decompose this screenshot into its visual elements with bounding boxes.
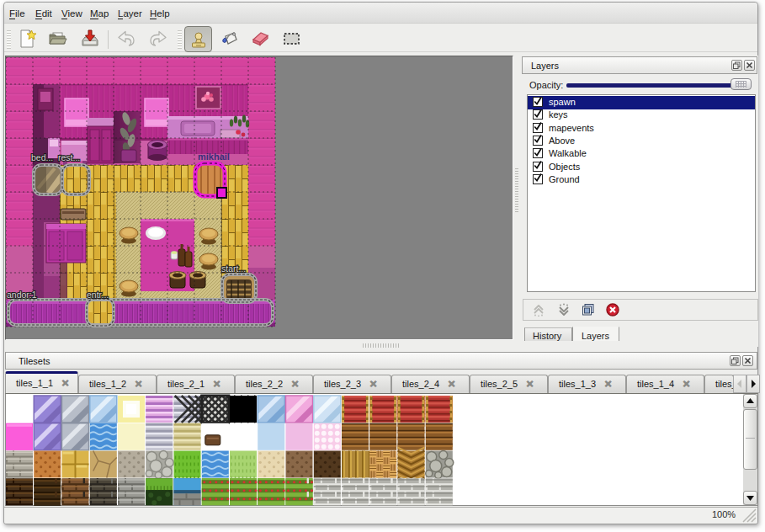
svg-text:rest...: rest... [58,152,80,162]
svg-text:entr...: entr... [87,290,109,300]
svg-text:bed...: bed... [31,152,53,162]
svg-text:mikhail: mikhail [198,152,230,162]
svg-text:start...: start... [221,263,246,274]
svg-text:andor:1: andor:1 [7,290,37,300]
